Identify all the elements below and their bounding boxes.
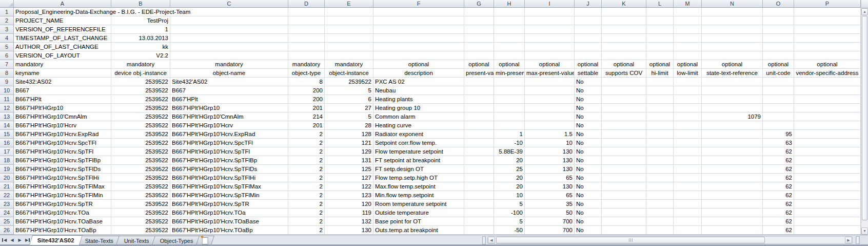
cell-G18[interactable] <box>464 156 494 165</box>
cell-G6[interactable] <box>464 51 494 60</box>
cell-O10[interactable] <box>763 86 794 95</box>
cell-N9[interactable] <box>702 78 763 86</box>
cell-N10[interactable] <box>702 86 763 95</box>
cell-O11[interactable] <box>763 95 794 104</box>
cell-J20[interactable]: No <box>575 174 602 182</box>
cell-M20[interactable] <box>674 174 702 182</box>
cell-A14[interactable]: B667'HPlt'HGrp10'Hcrv <box>14 121 111 130</box>
cell-D15[interactable]: 2 <box>288 130 325 139</box>
cell-O12[interactable] <box>763 104 794 112</box>
cell-B25[interactable]: 2539522 <box>111 217 170 226</box>
cell-K16[interactable] <box>602 139 646 147</box>
cell-E12[interactable]: 27 <box>325 104 373 112</box>
cell-G22[interactable] <box>464 191 494 200</box>
cell-G14[interactable] <box>464 121 494 130</box>
cell-G9[interactable] <box>464 78 494 86</box>
cell-L6[interactable] <box>646 51 674 60</box>
cell-J8[interactable]: settable <box>575 69 602 78</box>
cell-P22[interactable] <box>794 191 861 200</box>
cell-F8[interactable]: description <box>373 69 464 78</box>
cell-F23[interactable]: Room temperature setpoint <box>373 200 464 209</box>
cell-K26[interactable] <box>602 226 646 235</box>
cell-D20[interactable]: 2 <box>288 174 325 182</box>
cell-M2[interactable] <box>674 16 702 25</box>
cell-I21[interactable]: 130 <box>525 182 575 191</box>
cell-A15[interactable]: B667'HPlt'HGrp10'Hcrv.ExpRad <box>14 130 111 139</box>
cell-D14[interactable]: 201 <box>288 121 325 130</box>
cell-C20[interactable]: B667'HPlt'HGrp10'Hcrv.SpTFlHi <box>170 174 288 182</box>
cell-M14[interactable] <box>674 121 702 130</box>
cell-J12[interactable]: No <box>575 104 602 112</box>
cell-D1[interactable] <box>288 8 325 16</box>
cell-C24[interactable]: B667'HPlt'HGrp10'Hcrv.TOa <box>170 209 288 217</box>
cell-G2[interactable] <box>464 16 494 25</box>
cell-P21[interactable] <box>794 182 861 191</box>
cell-I8[interactable]: max-present-value <box>525 69 575 78</box>
cell-C21[interactable]: B667'HPlt'HGrp10'Hcrv.SpTFlMax <box>170 182 288 191</box>
cell-M11[interactable] <box>674 95 702 104</box>
cell-N17[interactable] <box>702 147 763 156</box>
cell-B3[interactable]: 1 <box>111 25 170 34</box>
cell-M26[interactable] <box>674 226 702 235</box>
cell-J5[interactable] <box>575 43 602 51</box>
cell-N8[interactable]: state-text-reference <box>702 69 763 78</box>
cell-A11[interactable]: B667'HPlt <box>14 95 111 104</box>
cell-K23[interactable] <box>602 200 646 209</box>
column-header-M[interactable]: M <box>674 0 702 8</box>
cell-M16[interactable] <box>674 139 702 147</box>
cell-E15[interactable]: 128 <box>325 130 373 139</box>
cell-P26[interactable] <box>794 226 861 235</box>
cell-N3[interactable] <box>702 25 763 34</box>
cell-L3[interactable] <box>646 25 674 34</box>
cell-A16[interactable]: B667'HPlt'HGrp10'Hcrv.SpcTFl <box>14 139 111 147</box>
cell-B11[interactable]: 2539522 <box>111 95 170 104</box>
cell-M13[interactable] <box>674 112 702 121</box>
cell-F26[interactable]: Outs.temp.at breakpoint <box>373 226 464 235</box>
cell-D8[interactable]: object-type <box>288 69 325 78</box>
cell-D16[interactable]: 2 <box>288 139 325 147</box>
cell-H10[interactable] <box>494 86 525 95</box>
cell-J19[interactable]: No <box>575 165 602 174</box>
cell-M17[interactable] <box>674 147 702 156</box>
cell-O17[interactable]: 62 <box>763 147 794 156</box>
cell-A21[interactable]: B667'HPlt'HGrp10'Hcrv.SpTFlMax <box>14 182 111 191</box>
cell-N20[interactable] <box>702 174 763 182</box>
cell-L20[interactable] <box>646 174 674 182</box>
cell-F15[interactable]: Radiator exponent <box>373 130 464 139</box>
cell-B10[interactable]: 2539522 <box>111 86 170 95</box>
cell-D11[interactable]: 200 <box>288 95 325 104</box>
cell-M1[interactable] <box>674 8 702 16</box>
cell-G7[interactable]: optional <box>464 60 494 69</box>
cell-N5[interactable] <box>702 43 763 51</box>
cell-I15[interactable]: 1.5 <box>525 130 575 139</box>
row-header-9[interactable]: 9 <box>0 78 14 86</box>
cell-L4[interactable] <box>646 34 674 43</box>
cell-J21[interactable]: No <box>575 182 602 191</box>
cell-L1[interactable] <box>646 8 674 16</box>
cell-B18[interactable]: 2539522 <box>111 156 170 165</box>
cell-F18[interactable]: FT setpoint at breakpoint <box>373 156 464 165</box>
scroll-down-button[interactable]: ▼ <box>861 228 868 235</box>
cell-F22[interactable]: Min.flow temp.setpoint <box>373 191 464 200</box>
cell-M10[interactable] <box>674 86 702 95</box>
cell-L10[interactable] <box>646 86 674 95</box>
cell-L11[interactable] <box>646 95 674 104</box>
cell-I11[interactable] <box>525 95 575 104</box>
cell-A26[interactable]: B667'HPlt'HGrp10'Hcrv.TOaBp <box>14 226 111 235</box>
first-sheet-button[interactable]: ◀ <box>1 236 8 244</box>
cell-K6[interactable] <box>602 51 646 60</box>
cell-J1[interactable] <box>575 8 602 16</box>
cell-O9[interactable] <box>763 78 794 86</box>
cell-A24[interactable]: B667'HPlt'HGrp10'Hcrv.TOa <box>14 209 111 217</box>
cell-M23[interactable] <box>674 200 702 209</box>
cell-L9[interactable] <box>646 78 674 86</box>
cell-H3[interactable] <box>494 25 525 34</box>
cell-E21[interactable]: 122 <box>325 182 373 191</box>
cell-K20[interactable] <box>602 174 646 182</box>
cell-I12[interactable] <box>525 104 575 112</box>
column-header-F[interactable]: F <box>373 0 464 8</box>
column-header-G[interactable]: G <box>464 0 494 8</box>
cell-N7[interactable]: optional <box>702 60 763 69</box>
cell-F12[interactable]: Heating group 10 <box>373 104 464 112</box>
row-header-26[interactable]: 26 <box>0 226 14 235</box>
